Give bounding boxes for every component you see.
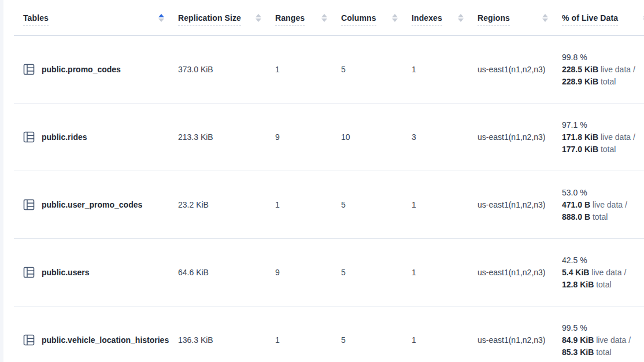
live-data-percent: 97.1 % (562, 119, 644, 131)
tables-table: Tables Replication Size Ranges Columns I… (14, 0, 644, 362)
regions-cell: us-east1(n1,n2,n3) (468, 239, 553, 306)
table-icon (23, 64, 35, 75)
total-data-value: 888.0 B (562, 212, 590, 221)
total-data-value: 177.0 KiB (562, 145, 598, 154)
total-data-label: total (590, 212, 608, 221)
live-data-cell: 53.0 % 471.0 B live data / 888.0 B total (553, 171, 644, 239)
regions-cell: us-east1(n1,n2,n3) (468, 104, 553, 171)
regions-cell: us-east1(n1,n2,n3) (468, 171, 553, 239)
column-header-replication-size[interactable]: Replication Size (169, 0, 266, 36)
sort-arrows-icon[interactable] (392, 14, 398, 22)
column-header-label: % of Live Data (562, 13, 618, 25)
live-data-cell: 99.8 % 228.5 KiB live data / 228.9 KiB t… (553, 36, 644, 104)
ranges-cell: 9 (266, 239, 332, 306)
live-data-percent: 53.0 % (562, 187, 644, 199)
table-header-row: Tables Replication Size Ranges Columns I… (14, 0, 644, 36)
table-row: public.users 64.6 KiB 9 5 1 us-east1(n1,… (14, 239, 644, 306)
total-data-value: 12.8 KiB (562, 280, 594, 289)
column-header-label: Replication Size (178, 13, 241, 25)
ranges-cell: 1 (266, 306, 332, 362)
live-data-value: 5.4 KiB (562, 268, 589, 277)
table-icon (23, 199, 35, 210)
column-header-label: Indexes (412, 13, 442, 25)
table-name-cell[interactable]: public.users (14, 239, 169, 306)
columns-cell: 5 (332, 239, 402, 306)
replication-size-cell: 64.6 KiB (169, 239, 266, 306)
table-icon (23, 131, 35, 143)
column-header-columns[interactable]: Columns (332, 0, 402, 36)
table-name-cell[interactable]: public.rides (14, 104, 169, 171)
table-row: public.vehicle_location_histories 136.3 … (14, 306, 644, 362)
live-data-line: 84.9 KiB live data / (562, 334, 644, 346)
ranges-cell: 1 (266, 171, 332, 239)
column-header-label: Regions (478, 13, 510, 25)
columns-cell: 5 (332, 171, 402, 239)
live-data-percent: 99.5 % (562, 322, 644, 334)
table-name: public.promo_codes (42, 65, 121, 74)
column-header-label: Ranges (275, 13, 305, 25)
live-data-line: 228.5 KiB live data / (562, 64, 644, 76)
total-data-line: 177.0 KiB total (562, 143, 644, 156)
table-row: public.promo_codes 373.0 KiB 1 5 1 us-ea… (14, 36, 644, 104)
live-data-label: live data / (594, 335, 631, 345)
replication-size-cell: 23.2 KiB (169, 171, 266, 239)
live-data-label: live data / (598, 65, 635, 74)
table-name: public.rides (42, 132, 87, 142)
replication-size-cell: 136.3 KiB (169, 306, 266, 362)
replication-size-cell: 373.0 KiB (169, 36, 266, 104)
total-data-line: 888.0 B total (562, 211, 644, 223)
tables-list-panel: Tables Replication Size Ranges Columns I… (14, 0, 644, 362)
table-name: public.vehicle_location_histories (42, 335, 169, 345)
total-data-label: total (598, 145, 616, 154)
table-icon (23, 334, 35, 346)
live-data-value: 228.5 KiB (562, 65, 598, 74)
column-header-tables[interactable]: Tables (14, 0, 169, 36)
sort-arrows-icon[interactable] (458, 14, 464, 22)
live-data-cell: 99.5 % 84.9 KiB live data / 85.3 KiB tot… (553, 306, 644, 362)
column-header-ranges[interactable]: Ranges (266, 0, 332, 36)
live-data-percent: 99.8 % (562, 51, 644, 64)
sort-arrows-icon[interactable] (256, 14, 261, 22)
sort-arrows-icon[interactable] (542, 14, 548, 22)
column-header-indexes[interactable]: Indexes (402, 0, 468, 36)
indexes-cell: 1 (402, 306, 468, 362)
live-data-label: live data / (589, 268, 626, 277)
total-data-value: 85.3 KiB (562, 348, 594, 357)
columns-cell: 10 (332, 104, 402, 171)
live-data-value: 84.9 KiB (562, 335, 594, 345)
sort-arrows-icon[interactable] (158, 14, 164, 22)
table-name-cell[interactable]: public.promo_codes (14, 36, 169, 104)
live-data-line: 5.4 KiB live data / (562, 267, 644, 279)
indexes-cell: 1 (402, 171, 468, 239)
column-header-label: Columns (341, 13, 376, 25)
column-header-live-data[interactable]: % of Live Data (553, 0, 644, 36)
column-header-regions[interactable]: Regions (468, 0, 553, 36)
sort-arrows-icon[interactable] (321, 14, 327, 22)
total-data-value: 228.9 KiB (562, 77, 598, 86)
total-data-label: total (594, 348, 611, 357)
columns-cell: 5 (332, 36, 402, 104)
live-data-cell: 97.1 % 171.8 KiB live data / 177.0 KiB t… (553, 104, 644, 171)
table-name: public.users (42, 268, 89, 277)
ranges-cell: 1 (266, 36, 332, 104)
live-data-value: 171.8 KiB (562, 132, 598, 142)
page-background-strip (0, 0, 3, 362)
live-data-percent: 42.5 % (562, 254, 644, 267)
regions-cell: us-east1(n1,n2,n3) (468, 36, 553, 104)
column-header-label: Tables (23, 13, 49, 25)
table-name-cell[interactable]: public.user_promo_codes (14, 171, 169, 239)
live-data-cell: 42.5 % 5.4 KiB live data / 12.8 KiB tota… (553, 239, 644, 306)
indexes-cell: 1 (402, 36, 468, 104)
regions-cell: us-east1(n1,n2,n3) (468, 306, 553, 362)
indexes-cell: 3 (402, 104, 468, 171)
table-name-cell[interactable]: public.vehicle_location_histories (14, 306, 169, 362)
live-data-label: live data / (598, 132, 635, 142)
indexes-cell: 1 (402, 239, 468, 306)
total-data-line: 12.8 KiB total (562, 279, 644, 291)
live-data-line: 471.0 B live data / (562, 199, 644, 211)
live-data-label: live data / (590, 200, 627, 209)
table-row: public.rides 213.3 KiB 9 10 3 us-east1(n… (14, 104, 644, 171)
table-name: public.user_promo_codes (42, 200, 142, 209)
total-data-line: 85.3 KiB total (562, 346, 644, 359)
table-icon (23, 267, 35, 278)
